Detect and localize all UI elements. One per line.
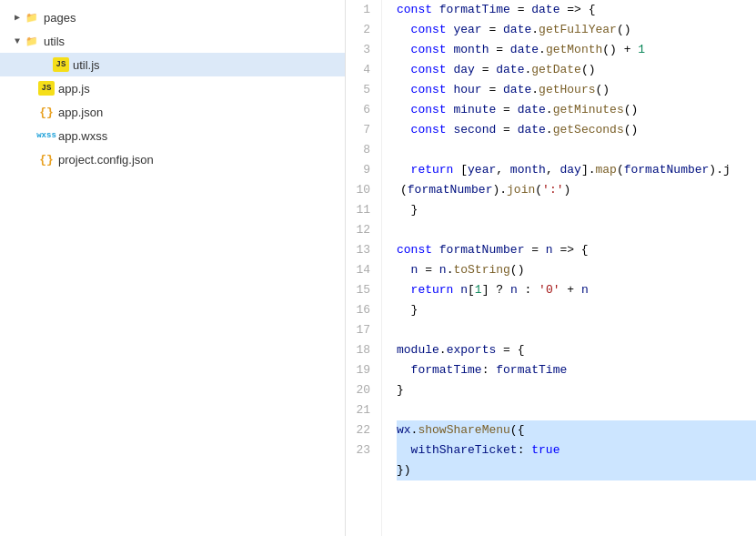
sidebar-item-app-js[interactable]: JS app.js (0, 76, 345, 100)
code-line: } (397, 300, 756, 320)
json-icon: {} (38, 104, 55, 120)
code-line: const month = date.getMonth() + 1 (397, 40, 756, 60)
json-icon: {} (38, 151, 55, 167)
code-body[interactable]: const formatTime = date => { const year … (382, 0, 756, 536)
sidebar-item-label: project.config.json (58, 153, 154, 167)
code-line-wrap: (formatNumber).join(':') (397, 180, 756, 200)
sidebar-item-project-config[interactable]: {} project.config.json (0, 147, 345, 171)
js-icon: JS (38, 81, 55, 96)
sidebar-item-app-json[interactable]: {} app.json (0, 100, 345, 124)
code-line: const formatTime = date => { (397, 0, 756, 20)
folder-icon: 📁 (24, 9, 40, 25)
folder-icon: 📁 (24, 33, 40, 49)
code-line (397, 220, 756, 240)
sidebar-item-label: app.wxss (58, 129, 107, 143)
sidebar-item-utils[interactable]: ▼ 📁 utils (0, 29, 345, 53)
code-line-highlighted: wx.showShareMenu({ (397, 420, 756, 440)
code-line: return [year, month, day].map(formatNumb… (397, 160, 756, 180)
code-editor: 1 2 3 4 5 6 7 8 9 10 11 12 13 14 15 16 1… (346, 0, 756, 536)
wxss-icon: wxss (38, 127, 55, 144)
code-line (397, 140, 756, 160)
sidebar-item-app-wxss[interactable]: wxss app.wxss (0, 124, 345, 147)
code-line: n = n.toString() (397, 260, 756, 280)
arrow-icon: ▼ (11, 36, 24, 46)
code-line: const minute = date.getMinutes() (397, 100, 756, 120)
sidebar-item-label: pages (44, 11, 76, 25)
code-line: } (397, 380, 756, 400)
code-line: const day = date.getDate() (397, 60, 756, 80)
code-line: const year = date.getFullYear() (397, 20, 756, 40)
sidebar-item-label: util.js (73, 58, 100, 72)
code-line-highlighted: }) (397, 460, 756, 480)
code-line (397, 400, 756, 420)
code-line: module.exports = { (397, 340, 756, 360)
code-line: formatTime: formatTime (397, 360, 756, 380)
sidebar-item-pages[interactable]: ▶ 📁 pages (0, 5, 345, 29)
sidebar-item-label: utils (44, 35, 65, 48)
code-line: } (397, 200, 756, 220)
arrow-icon: ▶ (11, 12, 24, 23)
code-line (397, 320, 756, 340)
js-icon: JS (53, 57, 69, 72)
code-line: const formatNumber = n => { (397, 240, 756, 260)
code-line: const second = date.getSeconds() (397, 120, 756, 140)
code-line: return n[1] ? n : '0' + n (397, 280, 756, 300)
code-line: const hour = date.getHours() (397, 80, 756, 100)
sidebar-item-util-js[interactable]: JS util.js (0, 53, 345, 76)
line-numbers: 1 2 3 4 5 6 7 8 9 10 11 12 13 14 15 16 1… (346, 0, 382, 536)
sidebar-item-label: app.js (58, 82, 90, 96)
file-tree: ▶ 📁 pages ▼ 📁 utils JS util.js JS app.js… (0, 0, 346, 536)
sidebar-item-label: app.json (58, 106, 103, 119)
code-line-highlighted: withShareTicket: true (397, 440, 756, 460)
